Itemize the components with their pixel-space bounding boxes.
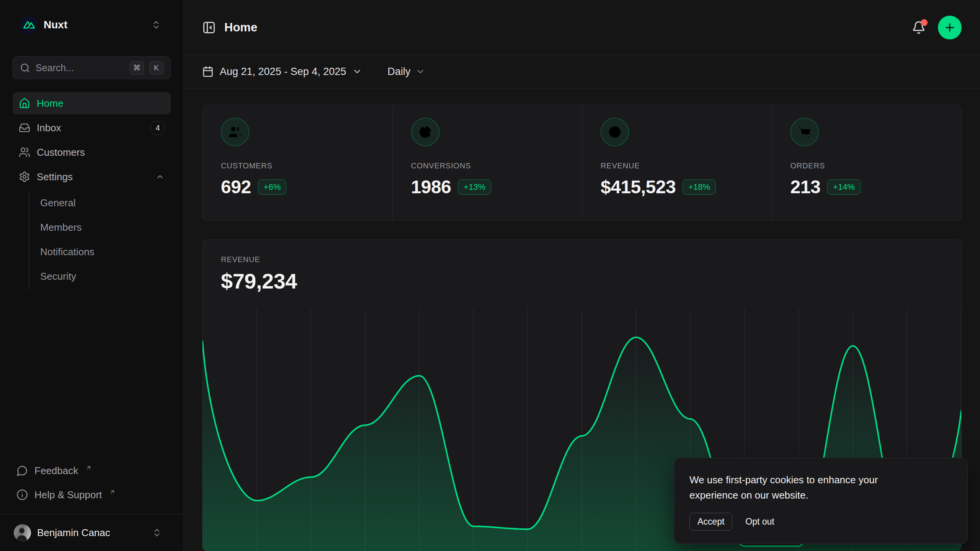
sidebar-subitem-label: Security	[40, 271, 76, 282]
date-range-value: Aug 21, 2025 - Sep 4, 2025	[220, 66, 346, 78]
chevron-down-icon	[352, 67, 362, 77]
kbd-meta-key: ⌘	[130, 61, 144, 75]
inbox-icon	[19, 122, 30, 134]
settings-gear-icon	[19, 171, 30, 183]
revenue-chart-label: REVENUE	[221, 255, 943, 264]
topbar-right	[911, 16, 962, 39]
sidebar-item-settings[interactable]: Settings	[13, 166, 171, 188]
shopping-cart-icon	[791, 118, 819, 146]
chevrons-up-down-icon	[151, 20, 161, 30]
sidebar-item-home[interactable]: Home	[13, 92, 171, 114]
inbox-count-badge: 4	[151, 121, 165, 135]
date-range-picker[interactable]: Aug 21, 2025 - Sep 4, 2025	[202, 66, 362, 78]
stat-delta-badge: +6%	[258, 179, 287, 195]
users-icon	[221, 118, 249, 146]
user-name: Benjamin Canac	[37, 527, 146, 539]
stat-conversions[interactable]: CONVERSIONS 1986 +13%	[392, 105, 582, 220]
stat-delta-badge: +18%	[683, 179, 716, 195]
circle-dollar-icon	[601, 118, 629, 146]
users-icon	[19, 147, 30, 158]
info-icon	[16, 489, 28, 500]
user-menu[interactable]: Benjamin Canac	[0, 514, 183, 551]
sidebar-nav: Home Inbox 4 Customers Settings	[13, 92, 171, 292]
stat-customers[interactable]: CUSTOMERS 692 +6%	[203, 105, 392, 220]
sidebar-item-inbox[interactable]: Inbox 4	[13, 117, 171, 139]
stat-delta-badge: +13%	[458, 179, 491, 195]
feedback-link[interactable]: Feedback	[13, 460, 171, 482]
opt-out-button[interactable]: Opt out	[743, 513, 776, 530]
topbar: Home	[184, 0, 980, 55]
sidebar-item-label: Inbox	[37, 122, 144, 134]
stat-value: $415,523	[601, 176, 676, 197]
sidebar-subitem-label: Notifications	[40, 246, 95, 258]
sidebar: Nuxt ⌘ K Home Inb	[0, 0, 184, 551]
granularity-select[interactable]: Daily	[387, 66, 425, 78]
sidebar-subitem-members[interactable]: Members	[29, 216, 171, 238]
cookie-message: We use first-party cookies to enhance yo…	[689, 472, 919, 503]
help-support-label: Help & Support	[34, 489, 102, 501]
granularity-value: Daily	[387, 66, 410, 78]
search-icon	[20, 63, 30, 73]
sidebar-item-label: Settings	[37, 171, 149, 183]
stat-label: ORDERS	[791, 161, 943, 170]
sidebar-subitem-general[interactable]: General	[29, 192, 171, 214]
revenue-chart-header: REVENUE $79,234	[203, 240, 961, 293]
sidebar-footer: Feedback Help & Support	[13, 460, 171, 508]
help-support-link[interactable]: Help & Support	[13, 484, 171, 506]
stat-value: 1986	[411, 176, 451, 197]
workspace-name: Nuxt	[44, 19, 145, 31]
home-icon	[19, 98, 30, 109]
search-box[interactable]: ⌘ K	[13, 56, 171, 79]
revenue-chart-value: $79,234	[221, 269, 943, 293]
topbar-left: Home	[202, 21, 257, 34]
stat-label: CONVERSIONS	[411, 161, 564, 170]
stat-label: REVENUE	[601, 161, 753, 170]
cookie-actions: Accept Opt out	[689, 513, 952, 531]
cookie-banner: We use first-party cookies to enhance yo…	[674, 458, 968, 544]
search-input[interactable]	[36, 62, 124, 73]
page-title: Home	[224, 21, 257, 34]
chevrons-up-down-icon	[152, 528, 162, 538]
plus-icon	[944, 21, 956, 34]
kbd-k-key: K	[149, 61, 163, 75]
message-circle-icon	[16, 465, 28, 476]
external-link-icon	[109, 489, 116, 495]
sidebar-subitem-security[interactable]: Security	[29, 265, 171, 287]
accept-button[interactable]: Accept	[689, 513, 732, 531]
external-link-icon	[85, 465, 92, 471]
toolbar: Aug 21, 2025 - Sep 4, 2025 Daily	[184, 55, 980, 88]
sidebar-subitem-label: General	[40, 197, 76, 209]
workspace-switcher[interactable]: Nuxt	[0, 0, 183, 50]
stat-value: 213	[791, 176, 821, 197]
stats-card: CUSTOMERS 692 +6% CONVERSIONS 1986 +13%	[202, 105, 962, 221]
stat-revenue[interactable]: REVENUE $415,523 +18%	[582, 105, 772, 220]
sidebar-subitem-label: Members	[40, 222, 82, 233]
sidebar-item-customers[interactable]: Customers	[13, 141, 171, 163]
pie-chart-icon	[411, 118, 439, 146]
stat-delta-badge: +14%	[827, 179, 861, 195]
sidebar-subitem-notifications[interactable]: Notifications	[29, 241, 171, 263]
chevron-down-icon	[415, 67, 425, 77]
nuxt-logo	[20, 16, 38, 34]
sidebar-item-label: Customers	[37, 147, 165, 158]
stat-orders[interactable]: ORDERS 213 +14%	[772, 105, 962, 220]
stat-label: CUSTOMERS	[221, 161, 374, 170]
sidebar-item-label: Home	[37, 98, 165, 109]
sidebar-collapse-icon[interactable]	[202, 21, 216, 34]
notification-dot	[921, 19, 928, 26]
stat-value: 692	[221, 176, 251, 197]
notifications-bell-button[interactable]	[911, 20, 926, 35]
chevron-up-icon	[155, 172, 165, 181]
feedback-label: Feedback	[34, 465, 78, 477]
add-button[interactable]	[938, 16, 962, 39]
calendar-icon	[202, 66, 214, 77]
avatar	[14, 524, 31, 541]
settings-submenu: General Members Notifications Security	[29, 192, 171, 290]
